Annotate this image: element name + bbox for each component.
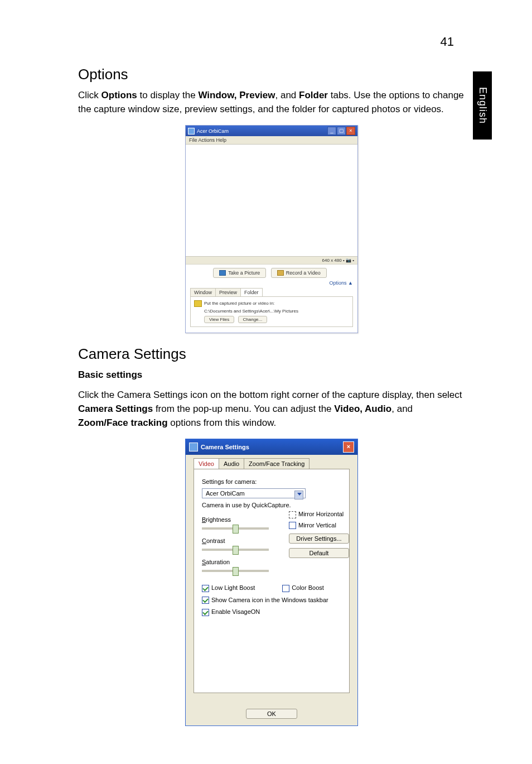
orbicam-window: Acer OrbiCam _ ▢ × File Actions Help 640… [185,125,358,333]
chevron-down-icon [297,493,302,496]
camera-settings-dialog: Camera Settings × VideoAudioZoom/Face Tr… [185,439,358,726]
tab-zoom-face[interactable]: Zoom/Face Tracking [244,458,309,469]
view-files-button[interactable]: View Files [204,316,234,323]
window-title: Acer OrbiCam [197,128,229,134]
cs-titlebar: Camera Settings × [186,439,357,455]
bold-options: Options [101,90,137,100]
close-icon[interactable]: × [346,127,355,135]
contrast-slider[interactable] [202,549,269,551]
tab-window[interactable]: Window [190,288,216,296]
bold-video-audio: Video, Audio [334,403,391,414]
mirror-horizontal-checkbox[interactable]: Mirror Horizontal [289,511,350,518]
low-light-checkbox[interactable]: Low Light Boost [202,584,255,591]
text: options from this window. [168,417,277,428]
maximize-icon[interactable]: ▢ [337,127,346,135]
color-boost-checkbox[interactable]: Color Boost [282,584,323,591]
tab-preview[interactable]: Preview [215,288,241,296]
folder-path: C:\Documents and Settings\Acer\...\My Pi… [204,309,349,314]
preview-area [186,145,357,256]
record-video-button[interactable]: Record a Video [271,268,327,278]
take-picture-button[interactable]: Take a Picture [213,268,266,278]
folder-panel-line1: Put the captured picture or video in: [204,301,274,306]
camera-icon [219,270,226,276]
cs-title-icon [189,443,198,451]
take-picture-label: Take a Picture [228,270,260,276]
language-tab: English [473,71,492,140]
tab-folder[interactable]: Folder [240,288,263,296]
heading-camera-settings: Camera Settings [78,345,465,363]
show-taskbar-checkbox[interactable]: Show Camera icon in the Windows taskbar [202,597,341,604]
tab-audio[interactable]: Audio [219,458,244,469]
bold-camera-settings: Camera Settings [78,403,153,414]
menu-bar[interactable]: File Actions Help [186,136,357,145]
bold-folder: Folder [299,90,328,100]
options-tabs: WindowPreviewFolder [190,288,353,296]
enable-visage-checkbox[interactable]: Enable VisageON [202,608,341,616]
camera-select[interactable]: Acer OrbiCam [202,488,306,498]
saturation-label: Saturation [202,559,341,565]
folder-panel: Put the captured picture or video in: C:… [190,296,353,327]
saturation-slider[interactable] [202,570,269,572]
mirror-v-label: Mirror Vertical [298,522,336,528]
record-video-label: Record a Video [286,270,321,276]
bold-window-preview: Window, Preview [198,90,275,100]
bold-zoom-face: Zoom/Face tracking [78,417,168,428]
mirror-vertical-checkbox[interactable]: Mirror Vertical [289,522,350,530]
mirror-h-label: Mirror Horizontal [298,511,344,517]
app-icon [188,128,195,134]
driver-settings-button[interactable]: Driver Settings... [289,534,349,544]
text: Click [78,90,101,100]
text: Click the Camera Settings icon on the bo… [78,390,462,400]
page-number: 41 [441,35,454,49]
brightness-slider[interactable] [202,527,269,530]
camera-select-value: Acer OrbiCam [206,490,245,497]
ok-button[interactable]: OK [246,709,297,719]
text: , and [391,403,413,414]
status-bar: 640 x 480 • 📷 • [186,256,357,264]
low-light-label: Low Light Boost [211,584,255,591]
in-use-text: Camera in use by QuickCapture. [202,502,341,508]
color-boost-label: Color Boost [292,584,323,591]
orbicam-titlebar: Acer OrbiCam _ ▢ × [186,126,357,136]
text: from the pop-up menu. You can adjust the [153,403,334,414]
text: , and [275,90,299,100]
default-button[interactable]: Default [289,548,349,558]
settings-for-label: Settings for camera: [202,478,341,485]
change-button[interactable]: Change... [238,316,268,323]
folder-icon [194,300,202,307]
heading-basic-settings: Basic settings [78,369,465,381]
text: Settings for camera: [202,478,257,485]
options-collapse-link[interactable]: Options ▲ [190,280,353,286]
basic-settings-paragraph: Click the Camera Settings icon on the bo… [78,388,465,430]
heading-options: Options [78,66,465,83]
text: to display the [137,90,199,100]
video-icon [277,270,284,276]
minimize-icon[interactable]: _ [327,127,336,135]
show-taskbar-label: Show Camera icon in the Windows taskbar [211,597,328,603]
options-paragraph: Click Options to display the Window, Pre… [78,89,465,116]
tab-video[interactable]: Video [194,458,219,469]
close-icon[interactable]: × [343,441,354,453]
cs-title-text: Camera Settings [201,444,249,450]
enable-visage-label: Enable VisageON [211,608,260,615]
